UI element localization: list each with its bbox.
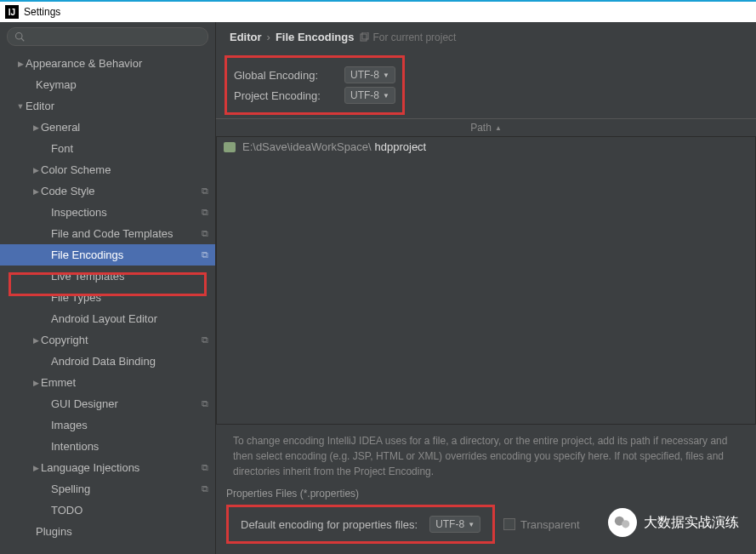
sidebar-item-label: Font — [51, 142, 208, 155]
chevron-right-icon: ▶ — [31, 379, 41, 387]
breadcrumb-root: Editor — [230, 31, 262, 43]
global-encoding-label: Global Encoding: — [234, 69, 336, 82]
properties-encoding-label: Default encoding for properties files: — [241, 518, 418, 531]
sidebar-item-android-data-binding[interactable]: Android Data Binding — [0, 351, 215, 372]
sidebar-item-color-scheme[interactable]: ▶Color Scheme — [0, 159, 215, 180]
sidebar-item-language-injections[interactable]: ▶Language Injections⧉ — [0, 457, 215, 478]
properties-section-title: Properties Files (*.properties) — [226, 488, 746, 500]
chevron-right-icon: ▶ — [15, 60, 26, 68]
breadcrumb-leaf: File Encodings — [276, 31, 354, 43]
encoding-path-table[interactable]: E:\dSave\ideaWorkSpace\hdpproject — [216, 137, 756, 425]
sidebar-item-label: Appearance & Behavior — [26, 57, 208, 70]
chevron-right-icon: ▶ — [31, 123, 41, 132]
settings-sidebar: ▶Appearance & BehaviorKeymap▼Editor▶Gene… — [0, 22, 216, 554]
sidebar-item-android-layout-editor[interactable]: Android Layout Editor — [0, 308, 215, 329]
transparent-label: Transparent — [520, 518, 580, 531]
sidebar-item-label: Live Templates — [51, 270, 208, 283]
folder-icon — [224, 142, 236, 152]
copy-icon: ⧉ — [202, 228, 208, 239]
properties-encoding-dropdown[interactable]: UTF-8▼ — [429, 516, 480, 533]
sidebar-item-file-encodings[interactable]: File Encodings⧉ — [0, 244, 215, 266]
svg-rect-3 — [362, 32, 368, 39]
table-row[interactable]: E:\dSave\ideaWorkSpace\hdpproject — [224, 140, 748, 153]
copy-icon: ⧉ — [202, 249, 208, 260]
sidebar-item-plugins[interactable]: Plugins — [0, 521, 215, 542]
breadcrumb-separator-icon: › — [267, 31, 270, 43]
sidebar-item-appearance-behavior[interactable]: ▶Appearance & Behavior — [0, 53, 215, 74]
sidebar-item-editor[interactable]: ▼Editor — [0, 95, 215, 117]
chevron-down-icon: ▼ — [383, 92, 389, 100]
wechat-icon — [608, 508, 637, 537]
copy-icon: ⧉ — [202, 334, 208, 346]
chevron-right-icon: ▶ — [31, 187, 41, 196]
sidebar-item-file-types[interactable]: File Types — [0, 287, 215, 308]
sidebar-item-keymap[interactable]: Keymap — [0, 74, 215, 95]
sidebar-item-label: Copyright — [41, 334, 202, 346]
sidebar-item-label: Emmet — [41, 376, 208, 389]
watermark: 大数据实战演练 — [608, 508, 739, 537]
sidebar-item-label: Plugins — [36, 525, 208, 538]
sidebar-item-label: Spelling — [51, 483, 202, 495]
app-logo-icon: IJ — [5, 5, 19, 19]
chevron-right-icon: ▶ — [31, 464, 41, 472]
chevron-right-icon: ▶ — [31, 336, 41, 345]
chevron-down-icon: ▼ — [15, 102, 26, 111]
transparent-checkbox[interactable] — [503, 518, 515, 530]
copy-icon: ⧉ — [202, 207, 208, 218]
sidebar-item-general[interactable]: ▶General — [0, 117, 215, 138]
help-text: To change encoding IntelliJ IDEA uses fo… — [216, 425, 756, 488]
sidebar-item-file-and-code-templates[interactable]: File and Code Templates⧉ — [0, 223, 215, 244]
copy-icon: ⧉ — [202, 483, 208, 494]
settings-content: Editor › File Encodings For current proj… — [216, 22, 756, 554]
sidebar-item-label: TODO — [51, 504, 208, 517]
sidebar-item-label: Inspections — [51, 206, 202, 219]
sidebar-item-label: Color Scheme — [41, 163, 208, 176]
sidebar-item-label: Code Style — [41, 185, 202, 197]
sidebar-item-images[interactable]: Images — [0, 414, 215, 436]
title-bar: IJ Settings — [0, 0, 756, 22]
sidebar-item-font[interactable]: Font — [0, 138, 215, 159]
path-column-header[interactable]: Path ▲ — [216, 118, 756, 137]
sidebar-item-copyright[interactable]: ▶Copyright⧉ — [0, 329, 215, 351]
settings-tree: ▶Appearance & BehaviorKeymap▼Editor▶Gene… — [0, 51, 215, 554]
sidebar-item-label: Keymap — [36, 78, 208, 91]
chevron-down-icon: ▼ — [383, 71, 389, 79]
sidebar-item-gui-designer[interactable]: GUI Designer⧉ — [0, 393, 215, 414]
svg-line-1 — [21, 38, 24, 41]
sidebar-item-intentions[interactable]: Intentions — [0, 436, 215, 457]
search-input[interactable] — [7, 27, 208, 46]
copy-icon — [359, 32, 369, 43]
sidebar-item-label: File Encodings — [51, 248, 202, 261]
sidebar-item-todo[interactable]: TODO — [0, 500, 215, 521]
chevron-right-icon: ▶ — [31, 166, 41, 174]
search-icon — [14, 31, 25, 42]
svg-rect-2 — [361, 34, 367, 41]
window-title: Settings — [24, 6, 60, 18]
global-encoding-dropdown[interactable]: UTF-8▼ — [344, 66, 395, 83]
sidebar-item-label: Images — [51, 419, 208, 431]
project-scope-hint: For current project — [359, 31, 456, 43]
svg-point-5 — [622, 520, 629, 528]
sort-asc-icon: ▲ — [495, 124, 502, 132]
project-encoding-dropdown[interactable]: UTF-8▼ — [344, 87, 395, 104]
project-encoding-label: Project Encoding: — [234, 89, 336, 102]
sidebar-item-label: File Types — [51, 291, 208, 304]
copy-icon: ⧉ — [202, 186, 208, 197]
sidebar-item-label: File and Code Templates — [51, 227, 202, 240]
sidebar-item-spelling[interactable]: Spelling⧉ — [0, 478, 215, 500]
copy-icon: ⧉ — [202, 398, 208, 409]
sidebar-item-emmet[interactable]: ▶Emmet — [0, 372, 215, 393]
sidebar-item-code-style[interactable]: ▶Code Style⧉ — [0, 180, 215, 202]
breadcrumb: Editor › File Encodings For current proj… — [216, 22, 756, 50]
svg-point-0 — [16, 33, 23, 40]
sidebar-item-label: General — [41, 121, 208, 134]
chevron-down-icon: ▼ — [468, 521, 475, 528]
properties-highlight-box: Default encoding for properties files: U… — [226, 505, 495, 544]
sidebar-item-inspections[interactable]: Inspections⧉ — [0, 202, 215, 223]
sidebar-item-label: Android Layout Editor — [51, 312, 208, 325]
sidebar-item-label: Editor — [26, 100, 208, 112]
sidebar-item-label: Language Injections — [41, 461, 202, 474]
sidebar-item-label: Intentions — [51, 440, 208, 453]
sidebar-item-live-templates[interactable]: Live Templates — [0, 266, 215, 287]
encoding-highlight-box: Global Encoding: UTF-8▼ Project Encoding… — [225, 55, 405, 115]
